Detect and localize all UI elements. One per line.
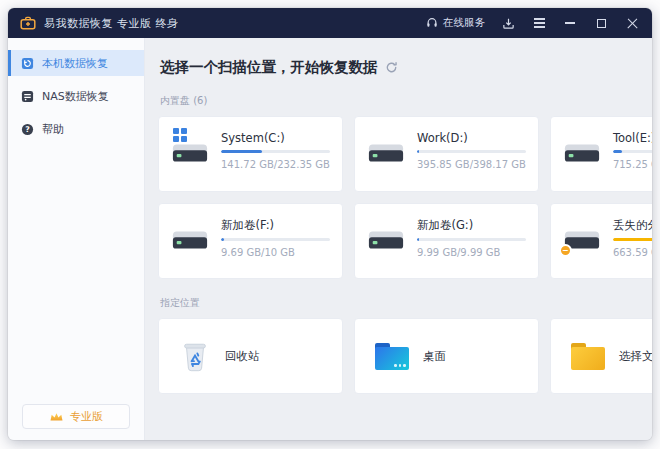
choose-folder-card[interactable]: 选择文件夹 [550, 318, 652, 394]
pro-version-label: 专业版 [70, 409, 103, 424]
drive-card-system-c[interactable]: System(C:) 141.72 GB/232.35 GB [158, 116, 343, 192]
drive-card-work-d[interactable]: Work(D:) 395.85 GB/398.17 GB [354, 116, 539, 192]
drive-card-new-volume-f[interactable]: 新加卷(F:) 9.69 GB/10 GB [158, 203, 343, 279]
usage-bar [613, 150, 652, 153]
refresh-icon[interactable] [385, 61, 398, 74]
drive-name: 丢失的分区 -1 ? [613, 218, 652, 233]
windows-logo-icon [173, 128, 187, 142]
hard-drive-icon [367, 229, 405, 251]
drive-card-lost-partition-1[interactable]: − 丢失的分区 -1 ? 663.59 GB [550, 203, 652, 279]
drive-size: 9.99 GB/9.99 GB [417, 247, 526, 258]
help-icon: ? [21, 123, 34, 136]
window-title: 易我数据恢复 专业版 终身 [44, 16, 179, 31]
drive-card-tool-e[interactable]: Tool(E:) 715.25 GB/781.25 GB [550, 116, 652, 192]
drive-name: 新加卷(G:) [417, 218, 526, 233]
hard-drive-icon [367, 142, 405, 164]
minimize-button[interactable] [562, 15, 578, 31]
recycle-bin-card[interactable]: 回收站 [158, 318, 343, 394]
sidebar-item-label: 帮助 [42, 122, 64, 137]
location-label: 桌面 [423, 349, 446, 364]
menu-button[interactable] [531, 15, 547, 31]
page-title: 选择一个扫描位置，开始恢复数据 [160, 58, 652, 77]
sidebar-item-help[interactable]: ? 帮助 [8, 116, 144, 142]
online-service-label: 在线服务 [443, 16, 485, 30]
usage-bar [417, 238, 526, 241]
drive-size: 395.85 GB/398.17 GB [417, 159, 526, 170]
drive-name: Tool(E:) [613, 131, 652, 145]
lost-partition-badge-icon: − [559, 244, 572, 257]
drive-card-new-volume-g[interactable]: 新加卷(G:) 9.99 GB/9.99 GB [354, 203, 539, 279]
drive-name: 新加卷(F:) [221, 218, 330, 233]
crown-icon [49, 411, 64, 423]
desktop-folder-icon [375, 343, 409, 370]
choose-folder-icon [571, 343, 605, 370]
location-label: 回收站 [225, 349, 260, 364]
app-logo-toolbox-icon [20, 16, 36, 30]
sidebar-item-label: 本机数据恢复 [42, 56, 108, 71]
drive-size: 715.25 GB/781.25 GB [613, 159, 652, 170]
titlebar: 易我数据恢复 专业版 终身 在线服务 [8, 8, 652, 38]
drives-grid: System(C:) 141.72 GB/232.35 GB [158, 116, 652, 279]
drive-size: 9.69 GB/10 GB [221, 247, 330, 258]
svg-text:?: ? [25, 125, 30, 134]
pro-version-button[interactable]: 专业版 [22, 404, 130, 429]
desktop-card[interactable]: 桌面 [354, 318, 539, 394]
drive-size: 141.72 GB/232.35 GB [221, 159, 330, 170]
drive-size: 663.59 GB [613, 247, 652, 258]
drive-name: System(C:) [221, 131, 330, 145]
hard-drive-icon [171, 229, 209, 251]
sidebar: 本机数据恢复 NAS数据恢复 ? 帮助 [8, 38, 145, 440]
sidebar-item-label: NAS数据恢复 [42, 89, 109, 104]
drive-name: Work(D:) [417, 131, 526, 145]
usage-bar [417, 150, 526, 153]
specified-locations-label: 指定位置 [160, 296, 652, 310]
headset-icon [426, 17, 438, 29]
locations-grid: 回收站 桌面 选择文件夹 [158, 318, 652, 394]
nas-icon [21, 90, 34, 103]
maximize-button[interactable] [593, 15, 609, 31]
app-window: 易我数据恢复 专业版 终身 在线服务 [8, 8, 652, 440]
main-panel: 选择一个扫描位置，开始恢复数据 内置盘 (6) [145, 38, 652, 440]
close-button[interactable] [624, 15, 640, 31]
location-label: 选择文件夹 [619, 349, 652, 364]
sidebar-item-nas-recovery[interactable]: NAS数据恢复 [8, 83, 144, 109]
hard-drive-icon [563, 142, 601, 164]
usage-bar [221, 238, 330, 241]
usage-bar [221, 150, 330, 153]
online-service-button[interactable]: 在线服务 [426, 16, 485, 30]
internal-drives-label: 内置盘 (6) [160, 94, 652, 108]
hard-drive-icon [171, 142, 209, 164]
usage-bar [613, 238, 652, 241]
activate-download-icon[interactable] [500, 15, 516, 31]
recycle-bin-icon [179, 340, 211, 372]
local-recovery-icon [21, 57, 34, 70]
sidebar-item-local-recovery[interactable]: 本机数据恢复 [8, 50, 144, 76]
